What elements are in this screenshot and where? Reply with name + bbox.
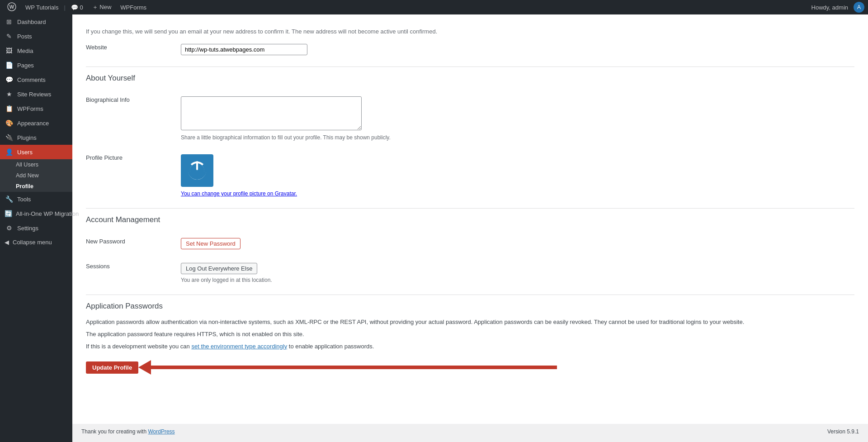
sidebar-item-posts[interactable]: ✎Posts: [0, 29, 72, 43]
new-password-row: New Password Set New Password: [86, 231, 854, 256]
sidebar-item-label: Media: [17, 48, 33, 54]
comments-link[interactable]: 💬 0: [67, 4, 87, 11]
content-wrap: If you change this, we will send you an …: [72, 14, 868, 424]
about-yourself-section: About Yourself: [86, 67, 854, 83]
sidebar-item-users[interactable]: 👤Users All Users Add New Profile: [0, 145, 72, 192]
app-passwords-heading: Application Passwords: [86, 302, 854, 311]
comment-count: 0: [80, 4, 83, 11]
svg-text:W: W: [9, 4, 14, 10]
submenu-profile[interactable]: Profile: [0, 181, 72, 192]
wpforms-icon: 📋: [5, 105, 14, 112]
profile-link[interactable]: Profile: [0, 181, 72, 192]
account-management-heading: Account Management: [86, 215, 854, 224]
profile-picture-label: Profile Picture: [86, 147, 176, 204]
biographical-info-label: Biographical Info: [86, 90, 176, 147]
plugins-icon: 🔌: [5, 134, 14, 141]
app-passwords-section: Application Passwords: [86, 295, 854, 311]
sidebar-item-media[interactable]: 🖼Media: [0, 43, 72, 58]
wp-logo-link[interactable]: W: [4, 2, 20, 13]
sidebar-item-label: Appearance: [17, 120, 49, 127]
email-change-notice: If you change this, we will send you an …: [86, 24, 854, 35]
sidebar-item-label: Comments: [17, 76, 46, 83]
log-out-everywhere-button[interactable]: Log Out Everywhere Else: [181, 263, 257, 274]
new-link[interactable]: ＋ New: [89, 3, 115, 11]
sessions-row: Sessions Log Out Everywhere Else You are…: [86, 256, 854, 290]
sidebar-item-all-in-one[interactable]: 🔄All-in-One WP Migration: [0, 206, 72, 221]
tools-icon: 🔧: [5, 195, 14, 203]
dashboard-icon: ⊞: [5, 18, 14, 25]
app-passwords-desc3-text: If this is a development website you can: [86, 343, 190, 350]
sidebar-item-dashboard[interactable]: ⊞Dashboard: [0, 14, 72, 29]
collapse-label: Collapse menu: [13, 239, 52, 246]
pages-icon: 📄: [5, 62, 14, 69]
add-new-link[interactable]: Add New: [0, 170, 72, 181]
sidebar-item-label: WPForms: [17, 105, 43, 112]
set-new-password-button[interactable]: Set New Password: [181, 238, 241, 249]
sidebar-item-label: Posts: [17, 33, 32, 40]
admin-bar: W WP Tutorials | 💬 0 ＋ New WPForms Howdy…: [0, 0, 868, 14]
website-label: Website: [86, 37, 176, 62]
sidebar-item-site-reviews[interactable]: ★Site Reviews: [0, 87, 72, 101]
biographical-info-description: Share a little biographical information …: [181, 134, 850, 141]
sidebar-item-label: Settings: [17, 225, 38, 232]
app-passwords-desc1: Application passwords allow authenticati…: [86, 318, 854, 327]
svg-rect-3: [196, 161, 198, 170]
website-section: Website: [86, 37, 854, 62]
submenu-add-new[interactable]: Add New: [0, 170, 72, 181]
app-passwords-desc2: The application password feature require…: [86, 330, 854, 339]
version-text: Version 5.9.1: [827, 428, 859, 435]
sidebar-item-wpforms[interactable]: 📋WPForms: [0, 101, 72, 116]
biographical-info-row: Biographical Info Share a little biograp…: [86, 90, 854, 147]
account-management-table: New Password Set New Password Sessions L…: [86, 231, 854, 290]
sidebar-item-label: Tools: [17, 196, 31, 203]
wordpress-link[interactable]: WordPress: [148, 428, 175, 435]
sidebar: ⊞Dashboard ✎Posts 🖼Media 📄Pages 💬Comment…: [0, 14, 72, 442]
all-users-link[interactable]: All Users: [0, 159, 72, 170]
submenu-all-users[interactable]: All Users: [0, 159, 72, 170]
profile-picture-avatar: [181, 154, 213, 187]
sidebar-item-pages[interactable]: 📄Pages: [0, 58, 72, 72]
sidebar-item-label: All-in-One WP Migration: [16, 210, 79, 217]
arrow-line: [150, 366, 557, 369]
about-yourself-table: Biographical Info Share a little biograp…: [86, 90, 854, 204]
app-passwords-desc3-end: to enable application passwords.: [289, 343, 374, 350]
sidebar-item-comments[interactable]: 💬Comments: [0, 72, 72, 87]
collapse-menu-button[interactable]: ◀ Collapse menu: [0, 235, 72, 249]
gravatar-link[interactable]: You can change your profile picture on G…: [181, 190, 297, 197]
about-yourself-heading: About Yourself: [86, 74, 854, 83]
settings-icon: ⚙: [5, 224, 14, 232]
update-profile-button[interactable]: Update Profile: [86, 361, 138, 374]
update-profile-section: Update Profile: [86, 360, 854, 375]
admin-menu: ⊞Dashboard ✎Posts 🖼Media 📄Pages 💬Comment…: [0, 14, 72, 235]
app-passwords-desc3: If this is a development website you can…: [86, 342, 854, 352]
main-content: If you change this, we will send you an …: [72, 14, 868, 442]
gravatar-power-icon: [186, 159, 208, 182]
allinone-icon: 🔄: [5, 210, 12, 217]
footer-text: Thank you for creating with: [81, 428, 146, 435]
appearance-icon: 🎨: [5, 119, 14, 127]
biographical-info-textarea[interactable]: [181, 96, 362, 130]
website-input[interactable]: [181, 44, 307, 55]
sidebar-item-label: Pages: [17, 62, 34, 69]
collapse-icon: ◀: [5, 239, 9, 246]
sidebar-item-label: Site Reviews: [17, 91, 51, 98]
site-reviews-icon: ★: [5, 90, 14, 98]
set-env-type-link[interactable]: set the environment type accordingly: [191, 343, 287, 350]
account-management-section: Account Management: [86, 208, 854, 224]
sidebar-item-plugins[interactable]: 🔌Plugins: [0, 130, 72, 145]
sidebar-item-tools[interactable]: 🔧Tools: [0, 192, 72, 206]
red-arrow: [138, 360, 557, 375]
site-name-link[interactable]: WP Tutorials: [22, 4, 62, 11]
new-password-label: New Password: [86, 231, 176, 256]
sep1: |: [64, 4, 65, 11]
howdy-link[interactable]: Howdy, admin: [808, 4, 852, 11]
users-icon: 👤: [5, 148, 14, 156]
sidebar-item-settings[interactable]: ⚙Settings: [0, 221, 72, 235]
wp-logo-icon: W: [7, 2, 16, 11]
sidebar-item-appearance[interactable]: 🎨Appearance: [0, 116, 72, 130]
sidebar-item-label: Plugins: [17, 134, 37, 141]
media-icon: 🖼: [5, 47, 14, 54]
admin-avatar-icon: A: [854, 2, 864, 13]
sessions-label: Sessions: [86, 256, 176, 290]
wpforms-adminbar-link[interactable]: WPForms: [117, 4, 150, 11]
